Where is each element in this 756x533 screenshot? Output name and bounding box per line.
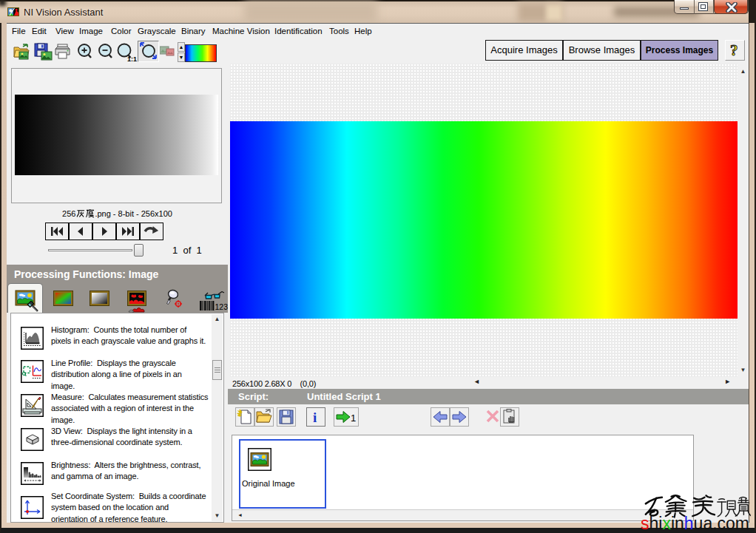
svg-text:1: 1 (351, 413, 356, 424)
svg-text:i: i (313, 410, 317, 425)
svg-text:123: 123 (215, 302, 229, 311)
svg-text:1:1: 1:1 (127, 55, 137, 63)
svg-text:?: ? (730, 41, 738, 59)
